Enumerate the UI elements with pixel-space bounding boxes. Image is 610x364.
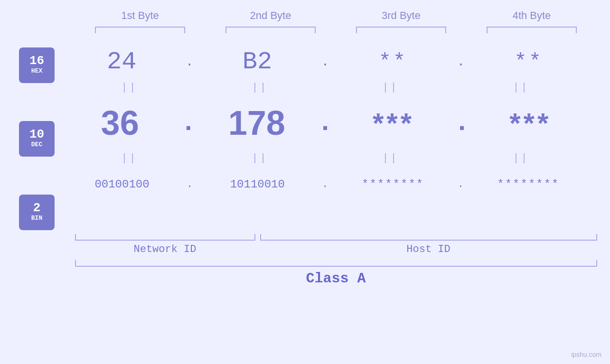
hex-dot-2: .	[321, 55, 329, 69]
hex-dot-1: .	[186, 55, 194, 69]
bin-dot-2: .	[322, 178, 328, 190]
hex-val-4: **	[514, 50, 543, 74]
host-bracket	[260, 234, 597, 241]
hex-cell-1: 24	[69, 48, 174, 76]
hex-badge: 16 HEX	[19, 47, 55, 83]
dec-dot-2: .	[317, 108, 333, 138]
bottom-brackets	[75, 234, 597, 241]
top-brackets	[75, 27, 597, 33]
eq2-2: ||	[208, 152, 312, 164]
hex-cell-2: B2	[205, 48, 310, 76]
content-area: 16 HEX 10 DEC 2 BIN 24 . B2	[0, 43, 610, 230]
eq1-4: ||	[469, 82, 573, 93]
dec-val-3: ***	[373, 107, 414, 140]
eq1-3: ||	[338, 82, 443, 93]
bin-badge-label: BIN	[31, 214, 42, 223]
dec-dot-1: .	[180, 108, 197, 138]
dec-val-4: ***	[509, 107, 551, 140]
dec-row: 36 . 178 . *** . ***	[64, 94, 586, 151]
hex-val-3: **	[378, 50, 407, 74]
bottom-labels: Network ID Host ID	[75, 243, 597, 255]
bracket-4	[487, 27, 577, 33]
hex-val-2: B2	[243, 48, 272, 76]
dec-val-1: 36	[101, 103, 139, 142]
network-id-label: Network ID	[75, 243, 255, 255]
bracket-2	[225, 27, 316, 33]
hex-dot-3: .	[457, 55, 465, 69]
byte1-header: 1st Byte	[88, 9, 192, 22]
dec-badge-label: DEC	[31, 140, 42, 149]
bin-val-1: 00100100	[94, 178, 149, 191]
class-bracket	[75, 260, 597, 267]
bottom-section: Network ID Host ID	[75, 234, 597, 255]
host-id-label: Host ID	[260, 243, 597, 255]
bin-badge: 2 BIN	[19, 195, 55, 230]
eq2-3: ||	[338, 152, 443, 164]
class-label: Class A	[75, 271, 597, 287]
bin-cell-4: ********	[476, 178, 581, 191]
class-section: Class A	[75, 260, 597, 287]
bin-val-4: ********	[497, 178, 559, 191]
rows-area: 24 . B2 . ** . ** || || || ||	[64, 43, 610, 203]
byte-headers: 1st Byte 2nd Byte 3rd Byte 4th Byte	[75, 9, 597, 22]
main-container: 1st Byte 2nd Byte 3rd Byte 4th Byte 16 H…	[0, 0, 610, 364]
hex-badge-label: HEX	[31, 67, 42, 75]
hex-val-1: 24	[107, 48, 136, 76]
byte3-header: 3rd Byte	[349, 9, 453, 22]
network-bracket	[75, 234, 255, 241]
dec-dot-3: .	[454, 108, 470, 138]
bin-badge-num: 2	[33, 202, 41, 214]
equals-row-1: || || || ||	[64, 82, 586, 93]
dec-cell-1: 36	[68, 103, 172, 142]
bracket-1	[95, 27, 185, 33]
bin-cell-2: 10110010	[205, 178, 310, 191]
dec-cell-3: ***	[341, 107, 446, 140]
bin-cell-1: 00100100	[70, 178, 174, 191]
eq1-1: ||	[77, 82, 182, 93]
hex-cell-4: **	[477, 50, 581, 74]
byte4-header: 4th Byte	[479, 9, 584, 22]
bracket-3	[356, 27, 446, 33]
watermark: ipshu.com	[571, 351, 601, 358]
bin-row: 00100100 . 10110010 . ******** . *******…	[64, 165, 586, 203]
bin-dot-3: .	[458, 178, 464, 190]
dec-badge: 10 DEC	[19, 121, 55, 157]
eq2-4: ||	[469, 152, 573, 164]
equals-row-2: || || || ||	[64, 152, 586, 164]
dec-cell-2: 178	[205, 103, 309, 142]
hex-cell-3: **	[341, 50, 445, 74]
eq2-1: ||	[77, 152, 182, 164]
dec-val-2: 178	[228, 103, 285, 142]
dec-badge-num: 10	[29, 128, 44, 140]
hex-row: 24 . B2 . ** . **	[64, 43, 586, 81]
byte2-header: 2nd Byte	[218, 9, 323, 22]
badges-column: 16 HEX 10 DEC 2 BIN	[19, 43, 55, 230]
bin-dot-1: .	[187, 178, 193, 190]
bin-val-3: ********	[362, 178, 424, 191]
dec-cell-4: ***	[478, 107, 582, 140]
bin-val-2: 10110010	[230, 178, 285, 191]
bin-cell-3: ********	[341, 178, 445, 191]
hex-badge-num: 16	[29, 55, 44, 67]
eq1-2: ||	[208, 82, 312, 93]
